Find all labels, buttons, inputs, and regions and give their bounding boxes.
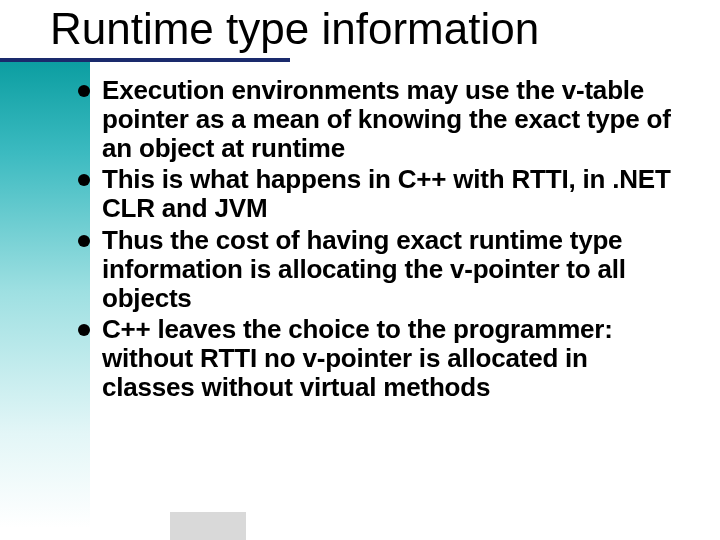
list-item: Execution environments may use the v-tab…	[78, 76, 684, 163]
slide-title: Runtime type information	[50, 4, 720, 54]
title-area: Runtime type information	[0, 0, 720, 54]
title-underline	[0, 58, 290, 62]
bullet-text: Execution environments may use the v-tab…	[102, 75, 671, 163]
list-item: Thus the cost of having exact runtime ty…	[78, 226, 684, 313]
list-item: C++ leaves the choice to the programmer:…	[78, 315, 684, 402]
bullet-text: This is what happens in C++ with RTTI, i…	[102, 164, 671, 223]
bullet-text: C++ leaves the choice to the programmer:…	[102, 314, 613, 402]
content-area: Execution environments may use the v-tab…	[0, 54, 720, 402]
footer-notch	[170, 512, 246, 540]
list-item: This is what happens in C++ with RTTI, i…	[78, 165, 684, 223]
bullet-text: Thus the cost of having exact runtime ty…	[102, 225, 626, 313]
bullet-list: Execution environments may use the v-tab…	[78, 76, 684, 402]
